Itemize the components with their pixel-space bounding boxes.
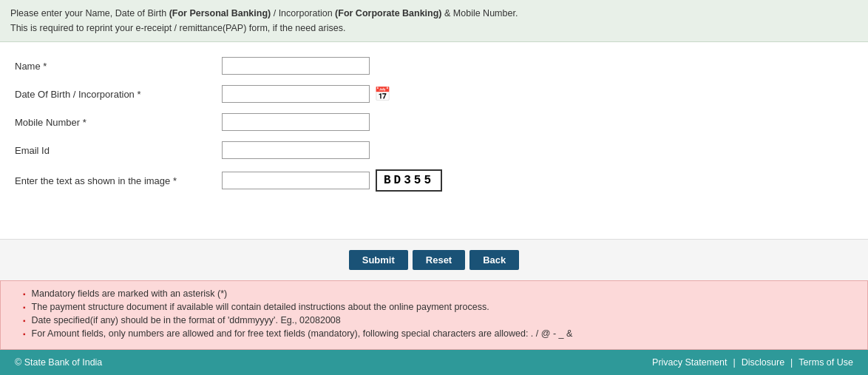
name-label: Name * — [15, 61, 222, 72]
terms-of-use-link[interactable]: Terms of Use — [799, 357, 853, 368]
back-button[interactable]: Back — [469, 250, 519, 270]
captcha-label: Enter the text as shown in the image * — [15, 175, 222, 186]
captcha-box: BD355 — [222, 169, 442, 192]
note-item: Mandatory fields are marked with an aste… — [23, 288, 852, 299]
divider-1: | — [733, 357, 736, 368]
name-input[interactable] — [222, 57, 370, 75]
dob-row: Date Of Birth / Incorporation * 📅 — [15, 85, 853, 103]
email-label: Email Id — [15, 145, 222, 156]
email-row: Email Id — [15, 141, 853, 159]
footer-copyright: © State Bank of India — [15, 357, 102, 368]
reset-button[interactable]: Reset — [413, 250, 465, 270]
banner-line2: This is required to reprint your e-recei… — [10, 21, 858, 36]
captcha-image: BD355 — [376, 169, 442, 192]
note-item: For Amount fields, only numbers are allo… — [23, 328, 852, 339]
mobile-row: Mobile Number * — [15, 113, 853, 131]
name-row: Name * — [15, 57, 853, 75]
note-item: The payment structure document if availa… — [23, 302, 852, 312]
footer: © State Bank of India Privacy Statement … — [0, 350, 868, 375]
privacy-statement-link[interactable]: Privacy Statement — [652, 357, 727, 368]
dob-label: Date Of Birth / Incorporation * — [15, 89, 222, 100]
captcha-input[interactable] — [222, 172, 370, 189]
dob-input[interactable] — [222, 85, 370, 103]
page-wrapper: Please enter your Name, Date of Birth (F… — [0, 0, 868, 375]
submit-button[interactable]: Submit — [349, 250, 408, 270]
banner-bold-1: (For Personal Banking) — [169, 8, 271, 18]
banner-text-3: & Mobile Number. — [442, 8, 518, 18]
info-banner: Please enter your Name, Date of Birth (F… — [0, 0, 868, 42]
footer-links: Privacy Statement | Disclosure | Terms o… — [652, 357, 853, 368]
captcha-row: Enter the text as shown in the image * B… — [15, 169, 853, 192]
notes-area: Mandatory fields are marked with an aste… — [0, 280, 868, 350]
banner-text-2: / Incorporation — [271, 8, 335, 18]
mobile-label: Mobile Number * — [15, 117, 222, 128]
banner-line1: Please enter your Name, Date of Birth (F… — [10, 6, 858, 21]
mobile-input[interactable] — [222, 113, 370, 131]
divider-2: | — [790, 357, 793, 368]
banner-text-1: Please enter your Name, Date of Birth — [10, 8, 169, 18]
banner-bold-2: (For Corporate Banking) — [335, 8, 441, 18]
notes-list: Mandatory fields are marked with an aste… — [23, 288, 852, 339]
form-area: Name * Date Of Birth / Incorporation * 📅… — [0, 42, 868, 239]
button-area: Submit Reset Back — [0, 239, 868, 280]
disclosure-link[interactable]: Disclosure — [742, 357, 784, 368]
calendar-icon[interactable]: 📅 — [374, 86, 390, 102]
note-item: Date specified(if any) should be in the … — [23, 315, 852, 325]
email-input[interactable] — [222, 141, 370, 159]
